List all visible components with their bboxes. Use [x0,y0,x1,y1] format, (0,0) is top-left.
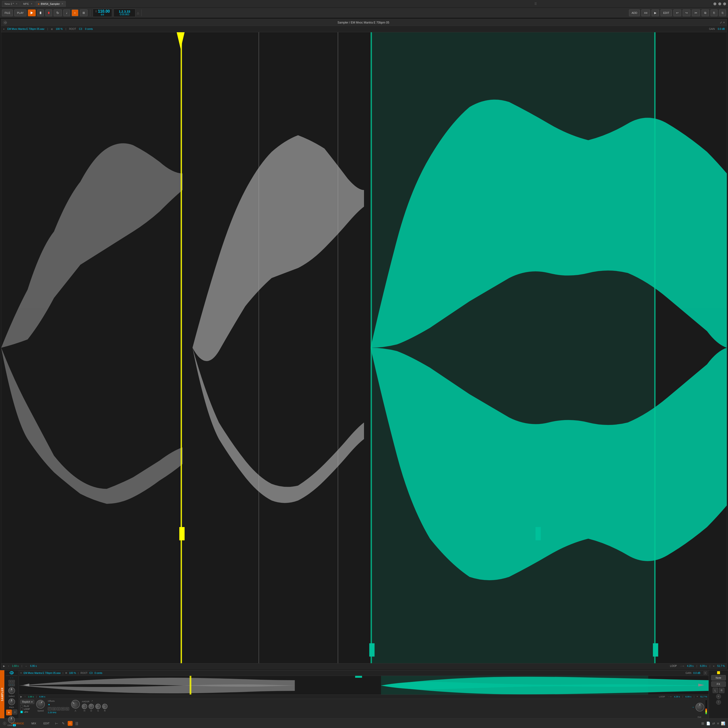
redo-button[interactable]: ↪ [683,9,690,16]
d-knob[interactable] [88,703,95,710]
out-knob[interactable] [696,703,704,711]
maximize-button[interactable] [718,2,721,5]
add-track-button[interactable]: + [72,9,78,16]
svg-rect-9 [535,527,541,540]
tabs-container: New 2 * × MPE × ▶ BWS4_Sampler × [2,1,358,7]
tab-new2-close[interactable]: × [16,2,17,5]
h-knob-wrap: H [82,704,87,712]
r-knob[interactable] [101,703,109,710]
shape-btn-4[interactable]: 〜 [61,707,65,711]
side-btn-2[interactable]: ←→ [9,684,15,686]
l-button[interactable]: L [713,688,718,693]
play-button[interactable] [28,9,36,16]
level-meter [705,700,707,714]
mixer-button[interactable]: ≡≡ [641,9,650,16]
note-button[interactable]: Note [711,675,726,681]
sep1 [90,9,90,16]
file-label: FILE [5,11,10,14]
sep4: | [696,665,697,667]
copy-button[interactable]: ⧉ [702,9,709,16]
pattern-button[interactable]: ⊞ [80,9,87,16]
svg-rect-7 [654,32,655,663]
add-button[interactable]: ADD [629,9,640,16]
paste-button[interactable]: ⎘ [711,9,717,16]
tab-new2-label: New 2 * [5,2,14,5]
mini-waveform-svg [19,676,708,694]
chart-bottom-icon[interactable]: 📊 [721,722,725,725]
repitch-dropdown[interactable]: Repitch ▾ [20,700,34,704]
mix-btn[interactable]: MIX [29,720,39,727]
speed-knob-group: Speed [36,700,45,717]
help-btn[interactable]: ? [716,700,721,705]
mini-settings-icon[interactable]: ⊟ [704,671,707,674]
a-knob[interactable] [69,698,81,710]
mini-root-lbl: ROOT [81,672,87,674]
loop-button[interactable]: ↻ [54,9,62,16]
play-checkbox[interactable] [20,705,23,707]
fx-button[interactable]: FX [711,681,726,687]
bars-icon[interactable]: ||| [75,720,79,726]
pencil-icon[interactable]: ✎ [61,720,66,726]
sampler-mini-waveform[interactable] [19,676,708,694]
loop-checkbox[interactable] [20,708,23,710]
shape-btn-3[interactable]: ∩ [57,707,60,711]
out-arrow-btn[interactable]: → [691,705,694,709]
grid-btn[interactable]: ⊞ [12,710,17,714]
tab-mpe-close[interactable]: × [31,2,32,5]
sampler-expand-icon[interactable]: ⤢ [720,21,722,24]
len-checkbox-row: LEN [20,711,34,713]
shape-btn-1[interactable]: ⌒ [48,707,52,711]
mini-loop-pct: 51.7 % [700,696,707,698]
tab-new2[interactable]: New 2 * × [2,1,20,7]
minimize-button[interactable] [713,2,716,5]
shape-btn-2[interactable]: ∧ [52,707,56,711]
file-button[interactable]: FILE [2,9,13,16]
cut-button[interactable]: ✂ [692,9,700,16]
sampler-zoom: 100 % [56,28,63,30]
edit-btn[interactable]: EDIT [41,720,52,727]
sampler-main: ≡ EM Mvoc Mantra E 70bpm 05.wav | ⊞ 100 … [19,670,708,718]
sampler-close-icon[interactable]: × [723,21,725,24]
file-bottom-icon[interactable]: 📄 [706,722,710,725]
tab-sampler[interactable]: ▶ BWS4_Sampler × [35,1,66,7]
play-arrow-btn[interactable]: ▶ [652,9,659,16]
pitch-knob[interactable] [8,698,15,705]
side-btn-1[interactable]: ←→ [9,680,15,683]
zoom-icon: ⊞ [51,28,53,30]
grid-icon: ⠿ [534,2,537,6]
edit-button[interactable]: EDIT [661,9,672,16]
add-button-side[interactable]: + [6,710,12,716]
len-checkbox[interactable] [20,711,23,713]
midi-icon[interactable]: ⊢ [54,720,59,726]
sampler-waveform-area[interactable] [1,32,727,663]
speed-knob[interactable] [34,698,46,710]
paste2-button[interactable]: ⎗ [719,9,726,16]
list-bottom-icon[interactable]: ≡ [717,722,719,725]
grid-bottom-icon[interactable]: ⊞ [701,722,704,725]
right-add-btn[interactable]: + [716,694,721,699]
h-knob[interactable] [81,703,88,710]
mini-sep3: | [37,696,37,698]
sampler-side-power[interactable]: ⏻ [10,671,14,674]
time-display[interactable]: 1.2.3.33 0:00.863 [113,9,135,17]
yellow-indicator[interactable] [717,671,720,674]
record-button[interactable] [45,9,52,16]
play-label-button[interactable]: PLAY [14,9,26,16]
r-button[interactable]: R [719,688,724,693]
metronome-button[interactable]: ♩ [63,9,70,16]
info-btn[interactable]: i [3,722,6,725]
loop-check-label: LOOP [24,708,30,710]
close-button[interactable] [723,2,726,5]
s-knob[interactable] [94,702,102,710]
bpm-display[interactable]: ☰ 110.00 4/4 [93,9,112,17]
sampler-power-btn[interactable]: ⏻ [3,21,7,24]
select-knob[interactable] [8,687,15,694]
repitch-group: Repitch ▾ PLAY LOOP [20,700,34,717]
tab-mpe[interactable]: MPE × [20,1,35,7]
undo-button[interactable]: ↩ [673,9,681,16]
arrows-bottom-icon[interactable]: ⇄ [712,722,715,725]
shape-btn-5[interactable]: ∿ [65,707,69,711]
stop-button[interactable] [37,9,44,16]
orange-mode-btn[interactable]: □ [68,721,73,726]
tab-sampler-close[interactable]: × [62,2,63,5]
